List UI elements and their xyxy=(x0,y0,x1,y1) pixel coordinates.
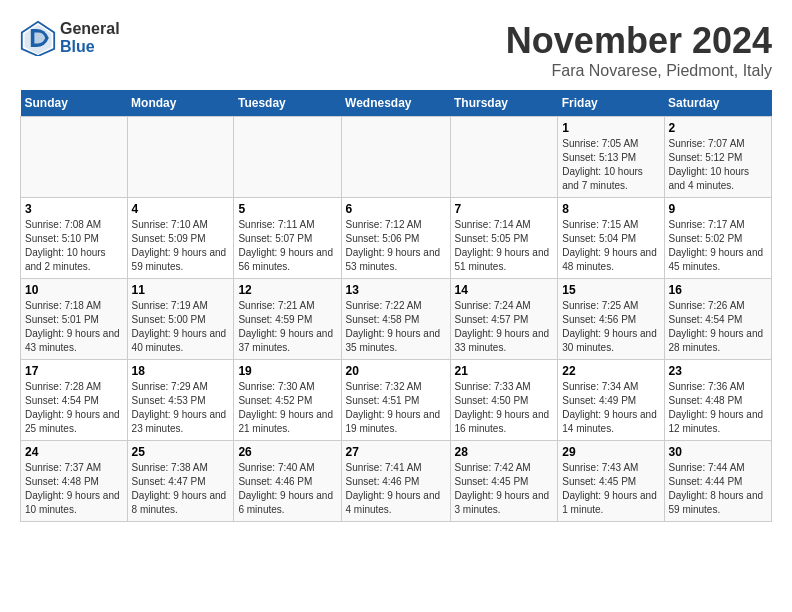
calendar-cell: 26Sunrise: 7:40 AM Sunset: 4:46 PM Dayli… xyxy=(234,441,341,522)
day-number: 8 xyxy=(562,202,659,216)
day-info: Sunrise: 7:33 AM Sunset: 4:50 PM Dayligh… xyxy=(455,380,554,436)
week-row-2: 3Sunrise: 7:08 AM Sunset: 5:10 PM Daylig… xyxy=(21,198,772,279)
day-info: Sunrise: 7:05 AM Sunset: 5:13 PM Dayligh… xyxy=(562,137,659,193)
day-number: 15 xyxy=(562,283,659,297)
day-info: Sunrise: 7:32 AM Sunset: 4:51 PM Dayligh… xyxy=(346,380,446,436)
calendar-cell: 20Sunrise: 7:32 AM Sunset: 4:51 PM Dayli… xyxy=(341,360,450,441)
day-info: Sunrise: 7:36 AM Sunset: 4:48 PM Dayligh… xyxy=(669,380,768,436)
calendar-cell: 30Sunrise: 7:44 AM Sunset: 4:44 PM Dayli… xyxy=(664,441,772,522)
day-info: Sunrise: 7:19 AM Sunset: 5:00 PM Dayligh… xyxy=(132,299,230,355)
calendar-cell: 10Sunrise: 7:18 AM Sunset: 5:01 PM Dayli… xyxy=(21,279,128,360)
day-number: 16 xyxy=(669,283,768,297)
column-header-saturday: Saturday xyxy=(664,90,772,117)
header-row: SundayMondayTuesdayWednesdayThursdayFrid… xyxy=(21,90,772,117)
day-info: Sunrise: 7:42 AM Sunset: 4:45 PM Dayligh… xyxy=(455,461,554,517)
day-info: Sunrise: 7:26 AM Sunset: 4:54 PM Dayligh… xyxy=(669,299,768,355)
day-number: 23 xyxy=(669,364,768,378)
title-block: November 2024 Fara Novarese, Piedmont, I… xyxy=(506,20,772,80)
calendar-cell xyxy=(341,117,450,198)
day-number: 28 xyxy=(455,445,554,459)
calendar-cell: 24Sunrise: 7:37 AM Sunset: 4:48 PM Dayli… xyxy=(21,441,128,522)
day-number: 11 xyxy=(132,283,230,297)
day-info: Sunrise: 7:07 AM Sunset: 5:12 PM Dayligh… xyxy=(669,137,768,193)
calendar-cell xyxy=(234,117,341,198)
calendar-cell: 17Sunrise: 7:28 AM Sunset: 4:54 PM Dayli… xyxy=(21,360,128,441)
day-info: Sunrise: 7:34 AM Sunset: 4:49 PM Dayligh… xyxy=(562,380,659,436)
calendar-cell: 14Sunrise: 7:24 AM Sunset: 4:57 PM Dayli… xyxy=(450,279,558,360)
calendar-body: 1Sunrise: 7:05 AM Sunset: 5:13 PM Daylig… xyxy=(21,117,772,522)
column-header-friday: Friday xyxy=(558,90,664,117)
calendar-cell xyxy=(450,117,558,198)
calendar-cell: 2Sunrise: 7:07 AM Sunset: 5:12 PM Daylig… xyxy=(664,117,772,198)
day-number: 9 xyxy=(669,202,768,216)
day-number: 24 xyxy=(25,445,123,459)
calendar-cell: 3Sunrise: 7:08 AM Sunset: 5:10 PM Daylig… xyxy=(21,198,128,279)
day-number: 26 xyxy=(238,445,336,459)
day-number: 5 xyxy=(238,202,336,216)
day-number: 6 xyxy=(346,202,446,216)
week-row-1: 1Sunrise: 7:05 AM Sunset: 5:13 PM Daylig… xyxy=(21,117,772,198)
day-number: 22 xyxy=(562,364,659,378)
column-header-sunday: Sunday xyxy=(21,90,128,117)
day-info: Sunrise: 7:28 AM Sunset: 4:54 PM Dayligh… xyxy=(25,380,123,436)
calendar-cell: 6Sunrise: 7:12 AM Sunset: 5:06 PM Daylig… xyxy=(341,198,450,279)
column-header-wednesday: Wednesday xyxy=(341,90,450,117)
calendar-cell: 12Sunrise: 7:21 AM Sunset: 4:59 PM Dayli… xyxy=(234,279,341,360)
day-number: 2 xyxy=(669,121,768,135)
day-info: Sunrise: 7:40 AM Sunset: 4:46 PM Dayligh… xyxy=(238,461,336,517)
day-info: Sunrise: 7:29 AM Sunset: 4:53 PM Dayligh… xyxy=(132,380,230,436)
day-info: Sunrise: 7:22 AM Sunset: 4:58 PM Dayligh… xyxy=(346,299,446,355)
day-number: 25 xyxy=(132,445,230,459)
calendar-cell: 8Sunrise: 7:15 AM Sunset: 5:04 PM Daylig… xyxy=(558,198,664,279)
day-info: Sunrise: 7:18 AM Sunset: 5:01 PM Dayligh… xyxy=(25,299,123,355)
day-info: Sunrise: 7:38 AM Sunset: 4:47 PM Dayligh… xyxy=(132,461,230,517)
logo-icon xyxy=(20,20,56,56)
calendar-cell xyxy=(127,117,234,198)
day-number: 10 xyxy=(25,283,123,297)
calendar-cell: 27Sunrise: 7:41 AM Sunset: 4:46 PM Dayli… xyxy=(341,441,450,522)
calendar-cell: 25Sunrise: 7:38 AM Sunset: 4:47 PM Dayli… xyxy=(127,441,234,522)
day-number: 3 xyxy=(25,202,123,216)
calendar-cell: 22Sunrise: 7:34 AM Sunset: 4:49 PM Dayli… xyxy=(558,360,664,441)
day-number: 14 xyxy=(455,283,554,297)
day-info: Sunrise: 7:08 AM Sunset: 5:10 PM Dayligh… xyxy=(25,218,123,274)
day-info: Sunrise: 7:14 AM Sunset: 5:05 PM Dayligh… xyxy=(455,218,554,274)
calendar-cell xyxy=(21,117,128,198)
calendar-cell: 15Sunrise: 7:25 AM Sunset: 4:56 PM Dayli… xyxy=(558,279,664,360)
week-row-3: 10Sunrise: 7:18 AM Sunset: 5:01 PM Dayli… xyxy=(21,279,772,360)
calendar-cell: 9Sunrise: 7:17 AM Sunset: 5:02 PM Daylig… xyxy=(664,198,772,279)
day-info: Sunrise: 7:12 AM Sunset: 5:06 PM Dayligh… xyxy=(346,218,446,274)
day-info: Sunrise: 7:44 AM Sunset: 4:44 PM Dayligh… xyxy=(669,461,768,517)
column-header-monday: Monday xyxy=(127,90,234,117)
calendar-cell: 4Sunrise: 7:10 AM Sunset: 5:09 PM Daylig… xyxy=(127,198,234,279)
calendar-cell: 23Sunrise: 7:36 AM Sunset: 4:48 PM Dayli… xyxy=(664,360,772,441)
calendar-cell: 5Sunrise: 7:11 AM Sunset: 5:07 PM Daylig… xyxy=(234,198,341,279)
day-info: Sunrise: 7:30 AM Sunset: 4:52 PM Dayligh… xyxy=(238,380,336,436)
logo: General Blue xyxy=(20,20,120,56)
month-title: November 2024 xyxy=(506,20,772,62)
day-info: Sunrise: 7:37 AM Sunset: 4:48 PM Dayligh… xyxy=(25,461,123,517)
day-info: Sunrise: 7:25 AM Sunset: 4:56 PM Dayligh… xyxy=(562,299,659,355)
day-number: 30 xyxy=(669,445,768,459)
calendar-cell: 21Sunrise: 7:33 AM Sunset: 4:50 PM Dayli… xyxy=(450,360,558,441)
day-number: 18 xyxy=(132,364,230,378)
day-number: 20 xyxy=(346,364,446,378)
day-number: 7 xyxy=(455,202,554,216)
calendar-cell: 16Sunrise: 7:26 AM Sunset: 4:54 PM Dayli… xyxy=(664,279,772,360)
day-number: 12 xyxy=(238,283,336,297)
day-info: Sunrise: 7:11 AM Sunset: 5:07 PM Dayligh… xyxy=(238,218,336,274)
page-header: General Blue November 2024 Fara Novarese… xyxy=(20,20,772,80)
calendar-cell: 29Sunrise: 7:43 AM Sunset: 4:45 PM Dayli… xyxy=(558,441,664,522)
day-info: Sunrise: 7:41 AM Sunset: 4:46 PM Dayligh… xyxy=(346,461,446,517)
day-number: 17 xyxy=(25,364,123,378)
day-number: 1 xyxy=(562,121,659,135)
logo-text: General Blue xyxy=(60,20,120,56)
calendar-cell: 13Sunrise: 7:22 AM Sunset: 4:58 PM Dayli… xyxy=(341,279,450,360)
day-info: Sunrise: 7:15 AM Sunset: 5:04 PM Dayligh… xyxy=(562,218,659,274)
calendar-cell: 11Sunrise: 7:19 AM Sunset: 5:00 PM Dayli… xyxy=(127,279,234,360)
week-row-5: 24Sunrise: 7:37 AM Sunset: 4:48 PM Dayli… xyxy=(21,441,772,522)
week-row-4: 17Sunrise: 7:28 AM Sunset: 4:54 PM Dayli… xyxy=(21,360,772,441)
day-number: 21 xyxy=(455,364,554,378)
calendar-cell: 7Sunrise: 7:14 AM Sunset: 5:05 PM Daylig… xyxy=(450,198,558,279)
day-info: Sunrise: 7:17 AM Sunset: 5:02 PM Dayligh… xyxy=(669,218,768,274)
